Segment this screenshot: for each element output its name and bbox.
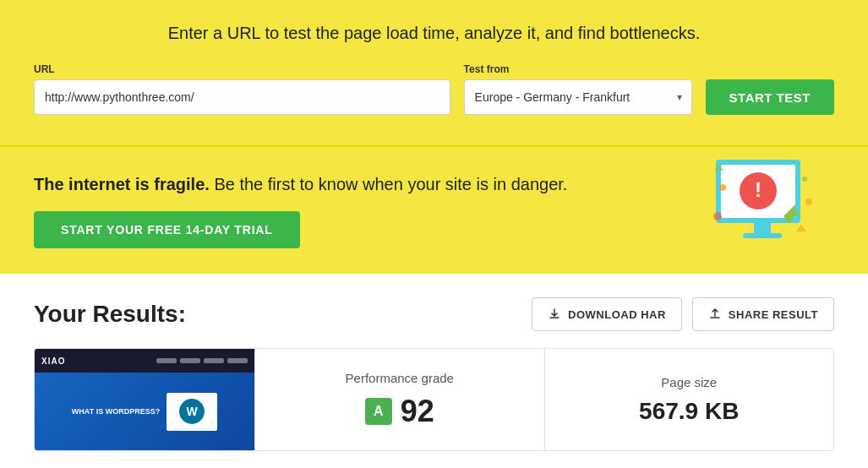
hero-text-block: What is WordPress? <box>72 407 160 416</box>
trial-button[interactable]: START YOUR FREE 14-DAY TRIAL <box>34 211 300 248</box>
test-from-group: Test from Europe - Germany - FrankfurtUS… <box>464 63 692 115</box>
start-test-button[interactable]: START TEST <box>706 79 834 115</box>
results-cards: XIAO What is WordPress? W <box>34 348 834 451</box>
hero-image-block: W <box>167 393 217 431</box>
site-header-bar: XIAO <box>35 349 254 373</box>
performance-grade-value: A 92 <box>365 394 434 429</box>
url-label: URL <box>34 63 450 75</box>
page-size-value: 567.9 KB <box>639 398 739 425</box>
results-header: Your Results: DOWNLOAD HAR SHARE RESULT <box>34 297 834 331</box>
results-section: Your Results: DOWNLOAD HAR SHARE RESULT … <box>0 274 868 468</box>
screenshot-card: XIAO What is WordPress? W <box>35 349 254 450</box>
results-actions: DOWNLOAD HAR SHARE RESULT <box>532 297 834 331</box>
page-size-number: 567.9 KB <box>639 398 739 425</box>
tagline: Enter a URL to test the page load time, … <box>34 24 834 43</box>
page-size-label: Page size <box>661 375 717 389</box>
nav-dot <box>227 358 248 363</box>
nav-dot <box>156 358 177 363</box>
test-from-select-wrapper: Europe - Germany - FrankfurtUSA - Washin… <box>464 79 692 115</box>
download-har-label: DOWNLOAD HAR <box>568 308 666 321</box>
site-hero: What is WordPress? W <box>35 373 254 450</box>
banner-title-rest: Be the first to know when your site is i… <box>210 175 568 193</box>
nav-dot <box>180 358 200 363</box>
site-nav-dots <box>156 358 248 363</box>
banner-title: The internet is fragile. Be the first to… <box>34 172 609 196</box>
input-row: URL Test from Europe - Germany - Frankfu… <box>34 63 834 115</box>
svg-point-9 <box>802 177 807 182</box>
share-icon <box>708 307 722 321</box>
grade-badge: A <box>365 398 392 425</box>
svg-marker-12 <box>796 225 806 231</box>
svg-rect-2 <box>754 223 771 233</box>
banner-section: The internet is fragile. Be the first to… <box>0 145 868 274</box>
test-from-select[interactable]: Europe - Germany - FrankfurtUSA - Washin… <box>464 79 692 115</box>
share-result-label: SHARE RESULT <box>729 308 818 321</box>
site-logo: XIAO <box>41 356 65 366</box>
performance-grade-label: Performance grade <box>346 371 454 385</box>
share-result-button[interactable]: SHARE RESULT <box>692 297 834 331</box>
download-har-button[interactable]: DOWNLOAD HAR <box>532 297 682 331</box>
test-from-label: Test from <box>464 63 692 75</box>
banner-title-bold: The internet is fragile. <box>34 175 210 193</box>
page-size-card: Page size 567.9 KB <box>544 349 834 450</box>
url-input[interactable] <box>34 79 450 115</box>
wp-logo: W <box>179 399 205 424</box>
performance-grade-card: Performance grade A 92 <box>254 349 544 450</box>
svg-text:!: ! <box>755 178 762 201</box>
performance-score: 92 <box>401 394 434 429</box>
svg-rect-3 <box>743 233 782 238</box>
svg-point-8 <box>713 212 722 220</box>
svg-point-10 <box>805 199 812 205</box>
screenshot-inner: XIAO What is WordPress? W <box>35 349 254 450</box>
hero-text: What is WordPress? <box>72 407 160 416</box>
monitor-illustration: ! <box>707 155 817 248</box>
results-title: Your Results: <box>34 301 532 328</box>
banner-text-area: The internet is fragile. Be the first to… <box>34 172 609 248</box>
url-input-group: URL <box>34 63 450 115</box>
top-section: Enter a URL to test the page load time, … <box>0 0 868 145</box>
svg-point-7 <box>719 184 726 191</box>
nav-dot <box>204 358 224 363</box>
download-icon <box>548 307 561 321</box>
